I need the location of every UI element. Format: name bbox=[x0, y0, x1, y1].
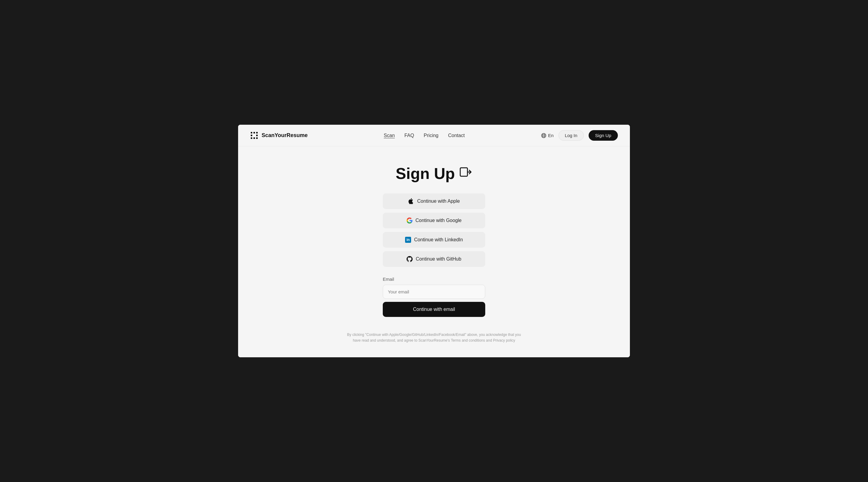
continue-google-button[interactable]: Continue with Google bbox=[383, 213, 485, 228]
logo-text: ScanYourResume bbox=[261, 132, 308, 138]
svg-rect-2 bbox=[256, 132, 258, 133]
lang-label: En bbox=[548, 133, 554, 138]
email-label: Email bbox=[383, 277, 485, 282]
continue-linkedin-button[interactable]: in Continue with LinkedIn bbox=[383, 232, 485, 248]
login-button[interactable]: Log In bbox=[558, 130, 584, 141]
globe-icon bbox=[541, 133, 547, 138]
main-content: Sign Up Continue with bbox=[238, 147, 630, 357]
linkedin-icon: in bbox=[405, 237, 411, 243]
continue-email-button[interactable]: Continue with email bbox=[383, 302, 485, 317]
auth-buttons: Continue with Apple Continue with Google bbox=[383, 193, 485, 267]
logo-icon bbox=[250, 131, 258, 140]
title-icon bbox=[459, 165, 472, 182]
svg-rect-7 bbox=[256, 137, 258, 139]
browser-window: ScanYourResume Scan FAQ Pricing Contact … bbox=[238, 125, 630, 357]
nav-faq[interactable]: FAQ bbox=[404, 133, 414, 138]
logo-area[interactable]: ScanYourResume bbox=[250, 131, 308, 140]
nav-pricing[interactable]: Pricing bbox=[424, 133, 438, 138]
continue-apple-button[interactable]: Continue with Apple bbox=[383, 193, 485, 209]
email-input[interactable] bbox=[383, 285, 485, 299]
nav-right: En Log In Sign Up bbox=[541, 130, 618, 141]
google-icon bbox=[407, 218, 412, 224]
svg-rect-0 bbox=[251, 132, 252, 133]
nav-links: Scan FAQ Pricing Contact bbox=[384, 133, 465, 138]
github-icon bbox=[407, 256, 412, 262]
navbar: ScanYourResume Scan FAQ Pricing Contact … bbox=[238, 125, 630, 147]
svg-rect-6 bbox=[253, 137, 255, 139]
page-title: Sign Up bbox=[396, 164, 472, 183]
signup-button[interactable]: Sign Up bbox=[589, 130, 618, 141]
svg-rect-5 bbox=[251, 137, 252, 139]
svg-rect-1 bbox=[253, 132, 255, 133]
nav-scan[interactable]: Scan bbox=[384, 133, 395, 138]
language-button[interactable]: En bbox=[541, 133, 554, 138]
continue-github-button[interactable]: Continue with GitHub bbox=[383, 251, 485, 267]
apple-icon bbox=[408, 198, 414, 204]
email-section: Email Continue with email bbox=[383, 277, 485, 317]
nav-contact[interactable]: Contact bbox=[448, 133, 465, 138]
svg-rect-13 bbox=[460, 168, 467, 176]
svg-rect-4 bbox=[256, 135, 258, 136]
footer-note: By clicking "Continue with Apple/Google/… bbox=[338, 332, 530, 344]
svg-rect-3 bbox=[251, 135, 252, 136]
